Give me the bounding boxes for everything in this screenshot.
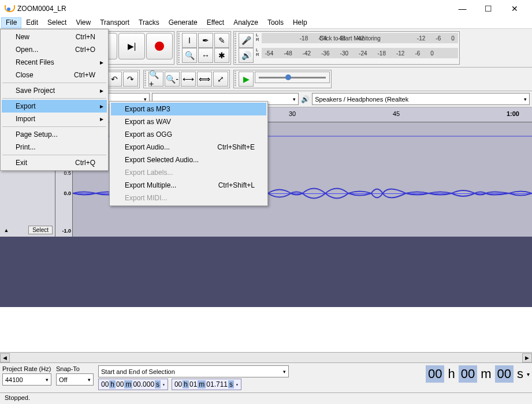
status-text: Stopped. [5,394,30,401]
selection-end-time[interactable]: 00h01m01.711s [172,379,241,390]
file-new[interactable]: NewCtrl+N [2,31,107,43]
draw-tool[interactable]: ✎ [214,33,229,48]
menu-generate[interactable]: Generate [164,17,202,28]
zoom-tool[interactable]: 🔍 [182,48,197,63]
export-mp3[interactable]: Export as MP3 [111,103,266,115]
app-icon [5,4,14,13]
fit-project-button[interactable]: ⟺ [197,72,212,87]
playback-speed-slider[interactable] [255,72,330,83]
timeshift-tool[interactable]: ↔ [198,48,213,63]
menu-bar: File Edit Select View Transport Tracks G… [0,17,532,29]
file-import[interactable]: Import▸ [2,113,107,125]
export-wav[interactable]: Export as WAV [111,115,266,128]
status-bar: Stopped. [0,392,532,404]
minimize-button[interactable]: — [449,0,475,17]
fit-selection-button[interactable]: ⟷ [181,72,196,87]
file-page-setup[interactable]: Page Setup... [2,128,107,141]
scroll-left[interactable]: ◀ [0,353,10,362]
file-save[interactable]: Save Project▸ [2,84,107,97]
record-button[interactable] [146,33,173,59]
scroll-right[interactable]: ▶ [522,353,532,362]
window-title: ZOOM0004_LR [17,5,449,13]
menu-edit[interactable]: Edit [21,17,43,28]
export-audio[interactable]: Export Audio...Ctrl+Shift+E [111,141,266,154]
close-button[interactable]: ✕ [501,0,527,17]
project-rate-label: Project Rate (Hz) [2,365,51,372]
export-submenu: Export as MP3 Export as WAV Export as OG… [109,101,268,206]
skip-end-button[interactable]: ▶| [118,33,145,59]
envelope-tool[interactable]: ✒ [198,33,213,48]
audio-position[interactable]: 00h 00m 00s ▾ [426,365,530,383]
export-labels: Export Labels... [111,166,266,179]
export-midi: Export MIDI... [111,192,266,204]
play-meter-icon[interactable]: 🔊 [239,48,254,63]
export-ogg[interactable]: Export as OGG [111,128,266,141]
file-recent[interactable]: Recent Files▸ [2,56,107,69]
speaker-icon: 🔊 [301,95,310,103]
file-export[interactable]: Export▸ [2,100,107,113]
title-bar: ZOOM0004_LR — ☐ ✕ [0,0,532,17]
playback-device-combo[interactable]: Speakers / Headphones (Realtek [312,93,530,105]
zoom-toggle-button[interactable]: ⤢ [213,72,228,87]
zoom-in-button[interactable]: 🔍+ [148,72,163,87]
file-open[interactable]: Open...Ctrl+O [2,43,107,56]
menu-tools[interactable]: Tools [263,17,288,28]
record-meter-icon[interactable]: 🎤 [239,33,254,48]
menu-select[interactable]: Select [43,17,71,28]
selection-start-time[interactable]: 00h00m00.000s [98,379,168,390]
play-at-speed-button[interactable]: ▶ [239,72,254,87]
redo-button[interactable]: ↷ [123,72,138,87]
selection-toolbar: Project Rate (Hz) 44100 Snap-To Off Star… [0,362,532,392]
menu-help[interactable]: Help [288,17,312,28]
snap-combo[interactable]: Off [56,373,94,386]
file-exit[interactable]: ExitCtrl+Q [2,156,107,169]
snap-label: Snap-To [56,365,94,372]
play-meter[interactable]: -54 -48 -42 -36 -30 -24 -18 -12 -6 0 [262,48,458,58]
selection-mode-combo[interactable]: Start and End of Selection [98,365,289,377]
export-multiple[interactable]: Export Multiple...Ctrl+Shift+L [111,179,266,192]
menu-tracks[interactable]: Tracks [134,17,164,28]
zoom-out-button[interactable]: 🔍- [165,72,180,87]
menu-view[interactable]: View [71,17,95,28]
meter-r: R [255,38,261,42]
menu-effect[interactable]: Effect [202,17,229,28]
menu-file[interactable]: File [1,17,21,28]
multi-tool[interactable]: ✱ [214,48,229,63]
export-selected[interactable]: Export Selected Audio... [111,154,266,166]
menu-transport[interactable]: Transport [95,17,134,28]
file-close[interactable]: CloseCtrl+W [2,69,107,81]
menu-analyze[interactable]: Analyze [229,17,263,28]
project-rate-combo[interactable]: 44100 [2,373,51,386]
track-select-button[interactable]: Select [28,226,53,234]
record-meter[interactable]: -54 -48 -42 Click to Start Monitoring -1… [262,33,458,43]
horizontal-scrollbar[interactable]: ◀ ▶ [0,352,532,362]
collapse-icon[interactable]: ▲ [2,226,10,234]
selection-tool[interactable]: I [182,33,197,48]
maximize-button[interactable]: ☐ [475,0,501,17]
undo-button[interactable]: ↶ [107,72,122,87]
file-menu-dropdown: NewCtrl+N Open...Ctrl+O Recent Files▸ Cl… [0,29,109,171]
file-print[interactable]: Print... [2,141,107,154]
